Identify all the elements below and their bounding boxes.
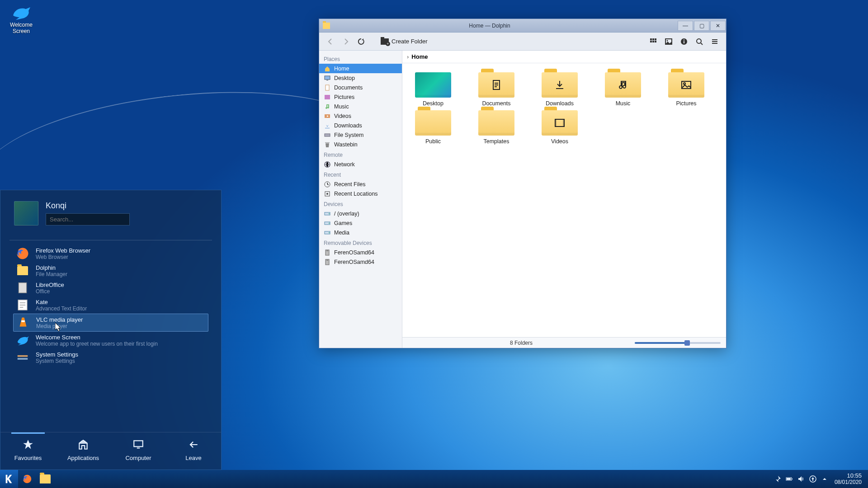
sidebar-item-desktop[interactable]: Desktop (319, 73, 402, 83)
titlebar[interactable]: Home — Dolphin — ▢ ✕ (319, 19, 726, 33)
svg-point-30 (329, 232, 330, 233)
svg-rect-2 (655, 38, 656, 40)
sidebar-item--overlay-[interactable]: / (overlay) (319, 209, 402, 218)
back-button[interactable] (324, 35, 337, 48)
svg-point-37 (684, 83, 685, 84)
desktop-icon (324, 75, 330, 81)
sidebar-item-network[interactable]: Network (319, 160, 402, 169)
clock-icon (324, 181, 330, 188)
folder-icon (16, 264, 29, 277)
folder-desktop[interactable]: Desktop (410, 72, 456, 107)
folder-label: Videos (551, 138, 568, 145)
folder-templates[interactable]: Templates (474, 110, 519, 145)
menu-item-firefox[interactable]: Firefox Web BrowserWeb Browser (13, 245, 208, 262)
sidebar-item-ferenosamd64[interactable]: FerenOSamd64 (319, 248, 402, 257)
sidebar-item-music[interactable]: Music (319, 102, 402, 111)
folder-icon (478, 110, 514, 136)
settings-icon (16, 351, 29, 364)
text-editor-icon (16, 298, 29, 312)
path-segment[interactable]: Home (411, 53, 428, 60)
view-mode-button[interactable] (646, 35, 660, 48)
preview-button[interactable] (662, 35, 675, 48)
info-button[interactable] (677, 35, 691, 48)
sidebar-item-file-system[interactable]: File System (319, 130, 402, 140)
welcome-screen-desktop-icon[interactable]: Welcome Screen (5, 5, 38, 34)
usb-icon (324, 258, 330, 265)
menu-button[interactable] (708, 35, 722, 48)
sidebar-item-recent-locations[interactable]: Recent Locations (319, 189, 402, 198)
svg-rect-46 (18, 358, 28, 360)
tab-favourites[interactable]: Favourites (0, 439, 56, 461)
chevron-right-icon: › (407, 53, 409, 60)
window-title: Home — Dolphin (334, 23, 677, 29)
menu-item-dolphin[interactable]: DolphinFile Manager (13, 262, 208, 279)
svg-rect-13 (712, 41, 717, 42)
sidebar-item-media[interactable]: Media (319, 228, 402, 237)
menu-item-vlc[interactable]: VLC media playerMedia player (13, 314, 208, 332)
updates-icon[interactable] (809, 475, 816, 483)
dolphin-taskbar-button[interactable] (36, 470, 54, 488)
search-input[interactable] (46, 213, 130, 225)
tab-leave[interactable]: Leave (166, 439, 221, 461)
firefox-taskbar-button[interactable] (18, 470, 36, 488)
clock[interactable]: 10:55 08/01/2020 (835, 473, 862, 486)
menu-item-kate[interactable]: KateAdvanced Text Editor (13, 296, 208, 314)
sidebar-item-home[interactable]: Home (319, 64, 402, 73)
system-tray[interactable] (774, 475, 828, 483)
places-heading: Places (319, 53, 402, 64)
start-button[interactable] (0, 470, 18, 488)
sidebar-item-recent-files[interactable]: Recent Files (319, 179, 402, 189)
svg-point-11 (697, 39, 701, 43)
volume-icon[interactable] (797, 475, 805, 483)
tab-applications[interactable]: Applications (56, 439, 111, 461)
svg-point-26 (329, 213, 330, 214)
user-avatar[interactable] (14, 201, 38, 225)
folder-icon (542, 110, 578, 136)
pin-icon[interactable] (774, 475, 781, 483)
path-bar[interactable]: › Home (402, 51, 726, 63)
svg-rect-34 (326, 259, 328, 261)
create-folder-button[interactable]: Create Folder (377, 35, 431, 48)
sidebar-item-pictures[interactable]: Pictures (319, 92, 402, 102)
svg-rect-44 (21, 320, 25, 322)
folder-public[interactable]: Public (410, 110, 456, 145)
menu-item-welcome-screen[interactable]: Welcome ScreenWelcome app to greet new u… (13, 332, 208, 349)
leave-icon (188, 439, 199, 452)
taskbar: 10:55 08/01/2020 (0, 470, 868, 488)
svg-rect-48 (80, 442, 86, 443)
search-button[interactable] (693, 35, 706, 48)
bird-icon (16, 333, 29, 347)
sidebar-item-wastebin[interactable]: Wastebin (319, 140, 402, 149)
reload-button[interactable] (354, 35, 368, 48)
sidebar-item-games[interactable]: Games (319, 218, 402, 228)
folder-music[interactable]: Music (600, 72, 646, 107)
folder-downloads[interactable]: Downloads (537, 72, 582, 107)
sidebar-item-videos[interactable]: Videos (319, 111, 402, 121)
divider (9, 240, 212, 240)
svg-rect-17 (326, 85, 329, 90)
svg-point-28 (329, 223, 330, 224)
sidebar-item-ferenosamd64[interactable]: FerenOSamd64 (319, 257, 402, 267)
dolphin-window: Home — Dolphin — ▢ ✕ Create Folder Place… (319, 19, 726, 348)
removable-heading: Removable Devices (319, 237, 402, 248)
folder-pictures[interactable]: Pictures (664, 72, 709, 107)
forward-button[interactable] (339, 35, 353, 48)
status-text: 8 Folders (408, 340, 635, 346)
sidebar-item-documents[interactable]: Documents (319, 83, 402, 92)
folder-documents[interactable]: Documents (474, 72, 519, 107)
sidebar-item-downloads[interactable]: Downloads (319, 121, 402, 130)
maximize-button[interactable]: ▢ (694, 21, 709, 31)
zoom-slider[interactable] (635, 342, 721, 344)
menu-item-libreoffice[interactable]: LibreOfficeOffice (13, 279, 208, 296)
minimize-button[interactable]: — (678, 21, 693, 31)
icon-view[interactable]: DesktopDocumentsDownloadsMusicPicturesPu… (402, 63, 726, 337)
battery-icon[interactable] (786, 475, 793, 483)
tray-expand-icon[interactable] (821, 475, 828, 483)
folder-label: Public (425, 138, 441, 145)
folder-videos[interactable]: Videos (537, 110, 582, 145)
tab-computer[interactable]: Computer (111, 439, 166, 461)
trash-icon (324, 141, 330, 148)
clock-time: 10:55 (835, 473, 862, 479)
close-button[interactable]: ✕ (710, 21, 726, 31)
menu-item-system-settings[interactable]: System SettingsSystem Settings (13, 349, 208, 366)
